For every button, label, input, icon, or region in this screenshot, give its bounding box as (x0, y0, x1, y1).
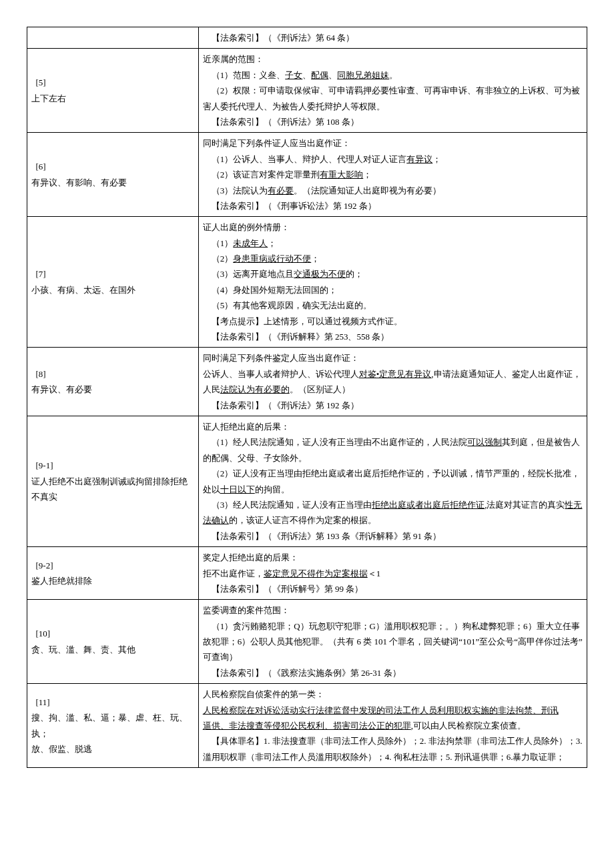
row-content-cell: 【法条索引】（《刑诉法》第 64 条） (198, 27, 587, 49)
underlined-text: 法院认为有必要的 (220, 384, 290, 394)
table-row: 【法条索引】（《刑诉法》第 64 条） (27, 27, 587, 49)
underlined-text: 有必要 (268, 185, 294, 195)
row-key-cell: [8]有异议、有必要 (27, 348, 199, 416)
underlined-text: 对鉴•定意见有异议 (359, 369, 432, 379)
underlined-text: 人民检察院在对诉讼活动实行法律监督中发现的司法工作人员利用职权实施的非法拘禁、刑… (203, 705, 559, 715)
row-index: [6] (31, 159, 194, 174)
row-content-cell: 证人出庭的例外情册： （1）未成年人； （2）身患重病或行动不便； （3）远离开… (198, 217, 587, 348)
table-row: [11]搜、拘、滥、私、逼；暴、虐、枉、玩、执；放、假监、脱逃人民检察院自侦案件… (27, 684, 587, 768)
row-key-cell: [11]搜、拘、滥、私、逼；暴、虐、枉、玩、执；放、假监、脱逃 (27, 684, 199, 768)
row-content-cell: 奖定人拒绝出庭的后果：拒不出庭作证，鉴定意见不得作为定案根据＜1 【法条索引】（… (198, 547, 587, 600)
underlined-text: 拒绝出庭或者出庭后拒绝作证 (372, 500, 485, 510)
row-key-cell (27, 27, 199, 49)
table-row: [5]上下左右近亲属的范围： （1）范围：义叁、子女、配偶、同胞兄弟姐妹。 （2… (27, 49, 587, 133)
row-content-cell: 证人拒绝出庭的后果： （1）经人民法院通知，证人没有正当理由不出庭作证的，人民法… (198, 416, 587, 546)
row-key-cell: [7]小孩、有病、太远、在国外 (27, 217, 199, 348)
table-row: [6]有异议、有影响、有必要同时满足下列条件证人应当出庭作证： （1）公诉人、当… (27, 133, 587, 217)
row-index: [8] (31, 366, 194, 382)
row-key-cell: [9-2]鉴人拒绝就排除 (27, 547, 199, 600)
row-mnemonic: 贪、玩、滥、舞、责、其他 (31, 642, 194, 657)
row-mnemonic: 上下左右 (31, 91, 194, 106)
table-row: [7]小孩、有病、太远、在国外证人出庭的例外情册： （1）未成年人； （2）身患… (27, 217, 587, 348)
row-content-cell: 监委调查的案件范围： （1）贪污贿赂犯罪；Q）玩忽职守犯罪；G）滥用职权犯罪；。… (198, 600, 587, 684)
row-mnemonic: 有异议、有影响、有必要 (31, 175, 194, 190)
row-index: [10] (31, 626, 194, 641)
underlined-text: 未成年人 (233, 238, 268, 248)
row-content-cell: 人民检察院自侦案件的第一类：人民检察院在对诉讼活动实行法律监督中发现的司法工作人… (198, 684, 587, 768)
row-mnemonic: 有异议、有必要 (31, 382, 194, 397)
row-mnemonic: 证人拒绝不出庭强制训诫或拘留排除拒绝不真实 (31, 474, 194, 505)
underlined-text: 身患重病或行动不便 (233, 254, 311, 264)
row-index: [5] (31, 75, 194, 90)
underlined-text: 有异议 (406, 154, 432, 164)
underlined-text: 十日以下 (220, 484, 255, 494)
row-index: [11] (31, 695, 194, 710)
underlined-text: 鉴定意见不得作为定案根据 (264, 568, 368, 578)
underlined-text: 子女 (285, 70, 302, 80)
underlined-text: 逼供、非法搜查等侵犯公民权利、损害司法公正的犯罪 (203, 721, 411, 731)
row-mnemonic: 小孩、有病、太远、在国外 (31, 282, 194, 298)
underlined-text: 有重大影响 (320, 169, 363, 179)
row-mnemonic: 搜、拘、滥、私、逼；暴、虐、枉、玩、执；放、假监、脱逃 (31, 710, 194, 757)
row-index: [9-1] (31, 458, 194, 473)
underlined-text: 配偶 (311, 70, 328, 80)
study-notes-table: 【法条索引】（《刑诉法》第 64 条）[5]上下左右近亲属的范围： （1）范围：… (27, 27, 587, 768)
underlined-text: 可以强制 (467, 437, 502, 447)
table-row: [9-1]证人拒绝不出庭强制训诫或拘留排除拒绝不真实证人拒绝出庭的后果： （1）… (27, 416, 587, 546)
underlined-text: 交通极为不便 (294, 269, 346, 279)
row-content-cell: 同时满足下列条件鉴定人应当出庭作证：公诉人、当事人或者辩护人、诉讼代理人对鉴•定… (198, 348, 587, 416)
row-index: [7] (31, 266, 194, 282)
row-mnemonic: 鉴人拒绝就排除 (31, 573, 194, 588)
table-row: [8]有异议、有必要同时满足下列条件鉴定人应当出庭作证：公诉人、当事人或者辩护人… (27, 348, 587, 416)
row-index: [9-2] (31, 558, 194, 573)
row-key-cell: [9-1]证人拒绝不出庭强制训诫或拘留排除拒绝不真实 (27, 416, 199, 546)
row-key-cell: [10]贪、玩、滥、舞、责、其他 (27, 600, 199, 684)
row-content-cell: 同时满足下列条件证人应当出庭作证： （1）公诉人、当事人、辩护人、代理人对证人证… (198, 133, 587, 217)
underlined-text: 同胞兄弟姐妹 (337, 70, 389, 80)
table-row: [9-2]鉴人拒绝就排除奖定人拒绝出庭的后果：拒不出庭作证，鉴定意见不得作为定案… (27, 547, 587, 600)
row-content-cell: 近亲属的范围： （1）范围：义叁、子女、配偶、同胞兄弟姐妹。 （2）权限：可申请… (198, 49, 587, 133)
table-row: [10]贪、玩、滥、舞、责、其他监委调查的案件范围： （1）贪污贿赂犯罪；Q）玩… (27, 600, 587, 684)
row-key-cell: [5]上下左右 (27, 49, 199, 133)
row-key-cell: [6]有异议、有影响、有必要 (27, 133, 199, 217)
